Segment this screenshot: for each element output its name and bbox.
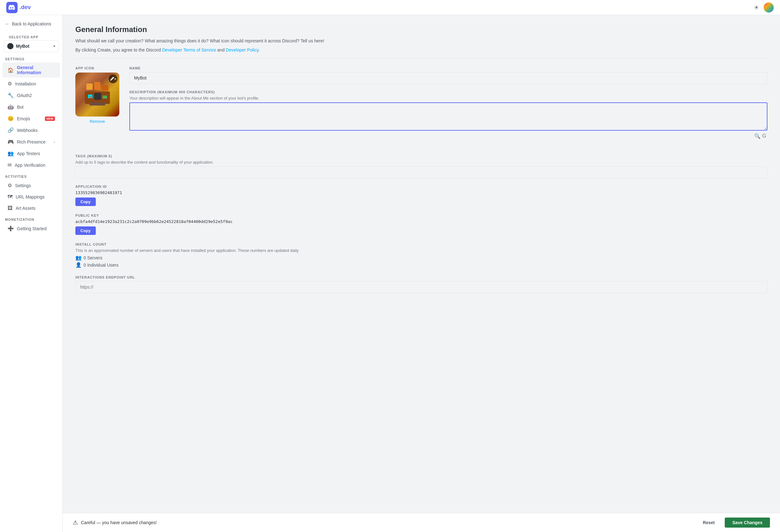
interactions-section: INTERACTIONS ENDPOINT URL — [76, 276, 768, 293]
svg-rect-1 — [86, 84, 93, 90]
theme-toggle-icon[interactable]: ☀ — [753, 4, 759, 11]
app-body: ← Back to Applications SELECTED APP MyBo… — [0, 15, 780, 532]
sidebar-item-bot[interactable]: 🤖 Bot — [2, 101, 60, 112]
sidebar-item-emojis[interactable]: 😊 Emojis NEW — [2, 113, 60, 124]
settings-section-label: SETTINGS — [0, 53, 62, 62]
svg-rect-12 — [90, 97, 91, 98]
users-count-item: 👤 0 Individual Users — [76, 262, 768, 268]
sidebar-item-app-testers[interactable]: 👥 App Testers — [2, 148, 60, 159]
unsaved-text: Careful — you have unsaved changes! — [81, 520, 157, 525]
back-arrow-icon: ← — [5, 21, 9, 27]
servers-icon: 👥 — [76, 255, 82, 261]
install-count-section: INSTALL COUNT This is an approximated nu… — [76, 242, 768, 268]
unsaved-notice: ⚠ Careful — you have unsaved changes! — [73, 519, 157, 526]
home-icon: 🏠 — [7, 67, 14, 73]
sidebar-item-label-app-verification: App Verification — [15, 163, 55, 168]
sidebar-item-url-mappings[interactable]: 🗺 URL Mappings — [2, 192, 60, 202]
cog-icon: ⚙ — [7, 183, 12, 188]
copy-public-key-button[interactable]: Copy — [76, 227, 96, 235]
public-key-value: acbfa4dfd14e1923a231c2c2a0709e9bb62e2452… — [76, 219, 768, 224]
chevron-right-icon: › — [54, 140, 55, 144]
form-fields: NAME DESCRIPTION (MAXIMUM 400 CHARACTERS… — [129, 66, 768, 147]
tags-input[interactable] — [76, 166, 768, 178]
interactions-url-input[interactable] — [76, 281, 768, 293]
edit-icon — [110, 77, 114, 81]
reset-button[interactable]: Reset — [696, 518, 721, 528]
copy-app-id-button[interactable]: Copy — [76, 198, 96, 206]
plus-circle-icon: ➕ — [7, 226, 14, 232]
sidebar-item-oauth2[interactable]: 🔧 OAuth2 — [2, 90, 60, 101]
selected-app-section: SELECTED APP MyBot ▾ — [0, 29, 62, 53]
warning-icon: ⚠ — [73, 519, 78, 526]
link-icon: 🔗 — [7, 127, 14, 133]
user-icon: 👤 — [76, 262, 82, 268]
map-icon: 🗺 — [7, 194, 12, 200]
tags-hint: Add up to 5 tags to describe the content… — [76, 160, 768, 164]
app-icon-wrapper: + — [76, 72, 119, 116]
servers-count-label: 0 Servers — [84, 255, 102, 260]
sidebar-item-label-bot: Bot — [17, 105, 55, 110]
sidebar-item-general-information[interactable]: 🏠 General Information — [2, 62, 60, 78]
svg-rect-11 — [88, 97, 90, 98]
sidebar-item-label-oauth2: OAuth2 — [17, 93, 55, 98]
app-dot-icon — [7, 43, 13, 49]
picture-icon: 🖼 — [7, 205, 12, 211]
tags-field-group: TAGS (MAXIMUM 5) Add up to 5 tags to des… — [76, 154, 768, 178]
selected-app-name: MyBot — [16, 44, 51, 49]
mail-icon: ✉ — [7, 162, 12, 168]
divider — [76, 58, 768, 59]
page-title: General Information — [76, 25, 768, 34]
spellcheck-icon: 🔍 — [754, 133, 761, 139]
sidebar-item-label-getting-started: Getting Started — [17, 226, 55, 231]
description-field-group: DESCRIPTION (MAXIMUM 400 CHARACTERS) You… — [129, 90, 768, 140]
app-id-label: APPLICATION ID — [76, 185, 768, 188]
app-icon-edit-button[interactable]: + — [109, 75, 117, 83]
sidebar-item-installation[interactable]: ⚙ Installation — [2, 78, 60, 89]
bottom-bar: ⚠ Careful — you have unsaved changes! Re… — [63, 513, 780, 532]
name-input[interactable] — [129, 72, 768, 84]
servers-count-item: 👥 0 Servers — [76, 255, 768, 261]
sidebar-item-getting-started[interactable]: ➕ Getting Started — [2, 223, 60, 234]
sidebar-item-label-general-information: General Information — [17, 65, 55, 75]
bottom-actions: Reset Save Changes — [696, 518, 770, 528]
main-content: General Information What should we call … — [63, 15, 780, 532]
discord-logo-icon — [6, 2, 17, 13]
app-icon-label: APP ICON — [76, 66, 119, 70]
tos-link[interactable]: Developer Terms of Service — [162, 47, 216, 52]
agreement-text: By clicking Create, you agree to the Dis… — [76, 47, 768, 53]
avatar[interactable] — [764, 2, 774, 12]
name-label: NAME — [129, 66, 768, 70]
description-label: DESCRIPTION (MAXIMUM 400 CHARACTERS) — [129, 90, 768, 94]
save-changes-button[interactable]: Save Changes — [725, 518, 770, 528]
app-id-value: 1335529836902481971 — [76, 190, 768, 195]
grammarly-icon: G — [763, 133, 766, 139]
sidebar-item-label-act-settings: Settings — [15, 183, 55, 188]
install-count-hint: This is an approximated number of server… — [76, 248, 768, 253]
sidebar-item-app-verification[interactable]: ✉ App Verification — [2, 159, 60, 171]
app-chevron-icon: ▾ — [53, 44, 55, 48]
svg-rect-7 — [103, 95, 107, 99]
settings-icon: ⚙ — [7, 81, 12, 87]
back-to-applications-button[interactable]: ← Back to Applications — [0, 19, 62, 29]
sidebar-item-rich-presence[interactable]: 🎮 Rich Presence › — [2, 136, 60, 147]
sidebar-item-webhooks[interactable]: 🔗 Webhooks — [2, 125, 60, 136]
app-id-section: APPLICATION ID 1335529836902481971 Copy — [76, 185, 768, 206]
people-icon: 👥 — [7, 150, 14, 156]
name-field-group: NAME — [129, 66, 768, 84]
selected-app-dropdown[interactable]: MyBot ▾ — [4, 40, 59, 52]
top-bar: .dev ☀ — [0, 0, 780, 15]
sidebar: ← Back to Applications SELECTED APP MyBo… — [0, 15, 63, 532]
wrench-icon: 🔧 — [7, 92, 14, 98]
sidebar-item-act-settings[interactable]: ⚙ Settings — [2, 180, 60, 191]
sidebar-item-art-assets[interactable]: 🖼 Art Assets — [2, 203, 60, 213]
emoji-icon: 😊 — [7, 115, 14, 122]
remove-icon-button[interactable]: Remove — [76, 119, 119, 124]
svg-rect-9 — [88, 95, 90, 96]
policy-link[interactable]: Developer Policy — [226, 47, 258, 52]
back-label: Back to Applications — [12, 21, 51, 27]
description-textarea[interactable] — [129, 102, 768, 131]
svg-rect-6 — [94, 93, 101, 100]
app-icon-and-name-row: APP ICON — [76, 66, 768, 147]
gamepad-icon: 🎮 — [7, 139, 14, 145]
logo-text: .dev — [19, 4, 31, 11]
